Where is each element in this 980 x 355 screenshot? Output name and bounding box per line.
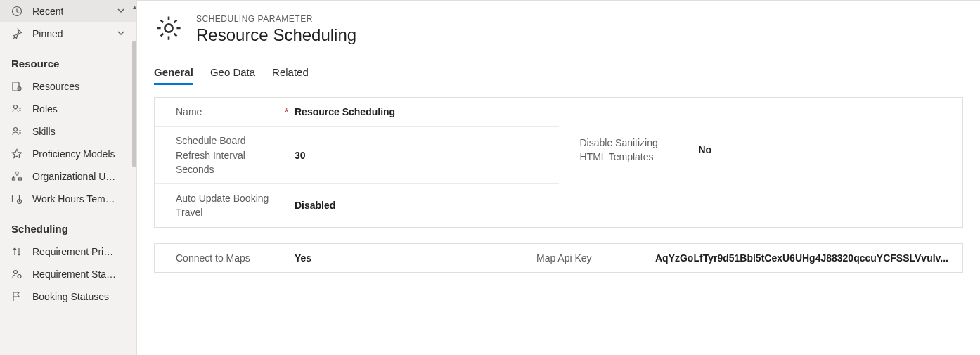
sidebar-item-label: Requirement Stat...: [32, 269, 117, 280]
gear-icon: [154, 13, 183, 45]
field-value: Disabled: [295, 200, 559, 211]
field-value: No: [699, 144, 963, 155]
sidebar-item-label: Work Hours Templ...: [32, 193, 117, 205]
sidebar-group-resource: Resource: [0, 45, 136, 75]
field-disable-sanitizing[interactable]: Disable Sanitizing HTML Templates No: [559, 129, 963, 172]
field-auto-update-travel[interactable]: Auto Update Booking Travel Disabled: [155, 184, 559, 227]
sidebar-item-booking-statuses[interactable]: Booking Statuses: [0, 285, 136, 308]
field-value: 30: [295, 150, 559, 161]
svg-point-12: [165, 24, 172, 32]
field-connect-to-maps[interactable]: Connect to Maps Yes: [155, 244, 515, 272]
svg-point-3: [14, 105, 18, 109]
sidebar-item-roles[interactable]: Roles: [0, 98, 136, 120]
svg-rect-6: [13, 178, 15, 180]
field-refresh-interval[interactable]: Schedule Board Refresh Interval Seconds …: [155, 127, 559, 184]
field-name[interactable]: Name * Resource Scheduling: [155, 98, 559, 127]
tab-geo-data[interactable]: Geo Data: [210, 62, 255, 85]
resources-icon: [11, 81, 22, 92]
sidebar-item-label: Organizational Un...: [32, 171, 117, 182]
field-blank: [559, 98, 963, 129]
tab-related[interactable]: Related: [272, 62, 309, 85]
field-label: Schedule Board Refresh Interval Seconds: [176, 134, 285, 176]
sidebar-item-label: Recent: [32, 6, 63, 17]
sidebar-item-recent[interactable]: Recent ▴: [0, 0, 136, 22]
field-value: Yes: [295, 252, 515, 264]
sidebar-group-scheduling: Scheduling: [0, 210, 136, 240]
flag-icon: [11, 291, 22, 302]
svg-rect-5: [15, 172, 18, 174]
page-title: Resource Scheduling: [196, 25, 356, 45]
svg-point-10: [14, 271, 18, 274]
entity-type-label: SCHEDULING PARAMETER: [196, 14, 356, 24]
person-icon: [11, 126, 22, 137]
section-maps: Connect to Maps Yes Map Api Key AqYzGoLf…: [154, 243, 963, 273]
field-value: AqYzGoLfTyr9d51Bbl5tCexU6UHg4J88320qccuY…: [655, 252, 962, 264]
person-gear-icon: [11, 269, 22, 280]
section-general: Name * Resource Scheduling Schedule Boar…: [154, 97, 963, 228]
sort-icon: [11, 246, 22, 257]
svg-rect-7: [19, 178, 22, 180]
field-value: Resource Scheduling: [295, 106, 559, 117]
pin-icon: [11, 28, 22, 39]
field-label: Disable Sanitizing HTML Templates: [580, 136, 689, 164]
field-label: Auto Update Booking Travel: [176, 191, 285, 220]
sidebar-item-work-hours-templates[interactable]: Work Hours Templ...: [0, 188, 136, 210]
sidebar-item-skills[interactable]: Skills: [0, 120, 136, 143]
star-icon: [11, 148, 22, 160]
field-label: Name: [176, 105, 285, 119]
sidebar-item-resources[interactable]: Resources: [0, 75, 136, 98]
calendar-clock-icon: [11, 193, 22, 205]
record-header: SCHEDULING PARAMETER Resource Scheduling: [154, 13, 963, 45]
field-label: Map Api Key: [536, 251, 645, 265]
tab-general[interactable]: General: [154, 62, 193, 85]
main-content: SCHEDULING PARAMETER Resource Scheduling…: [137, 0, 980, 355]
sidebar-item-pinned[interactable]: Pinned: [0, 22, 136, 45]
sidebar-item-organizational-units[interactable]: Organizational Un...: [0, 165, 136, 188]
clock-icon: [11, 6, 22, 17]
sidebar-item-label: Roles: [32, 103, 58, 115]
org-icon: [11, 171, 22, 182]
chevron-down-icon[interactable]: [117, 28, 125, 39]
svg-point-4: [14, 128, 18, 131]
person-icon: [11, 103, 22, 115]
sidebar-item-requirement-statuses[interactable]: Requirement Stat...: [0, 263, 136, 285]
sidebar-item-label: Booking Statuses: [32, 291, 109, 302]
sidebar-item-label: Skills: [32, 126, 56, 137]
caret-up-icon: ▴: [133, 3, 136, 11]
sidebar-item-requirement-priorities[interactable]: Requirement Prior...: [0, 240, 136, 263]
sidebar-item-label: Requirement Prior...: [32, 246, 117, 257]
field-map-api-key[interactable]: Map Api Key AqYzGoLfTyr9d51Bbl5tCexU6UHg…: [515, 244, 962, 272]
svg-point-11: [18, 275, 21, 278]
field-label: Connect to Maps: [176, 251, 285, 265]
sidebar-item-label: Proficiency Models: [32, 148, 115, 160]
sidebar: Recent ▴ Pinned Resource Resources Roles…: [0, 0, 137, 355]
tab-bar: General Geo Data Related: [154, 62, 963, 86]
required-icon: *: [285, 106, 295, 117]
sidebar-item-proficiency-models[interactable]: Proficiency Models: [0, 143, 136, 165]
sidebar-item-label: Resources: [32, 81, 79, 92]
scrollbar-thumb[interactable]: [132, 41, 136, 167]
chevron-down-icon[interactable]: [117, 6, 125, 17]
sidebar-item-label: Pinned: [32, 28, 63, 39]
